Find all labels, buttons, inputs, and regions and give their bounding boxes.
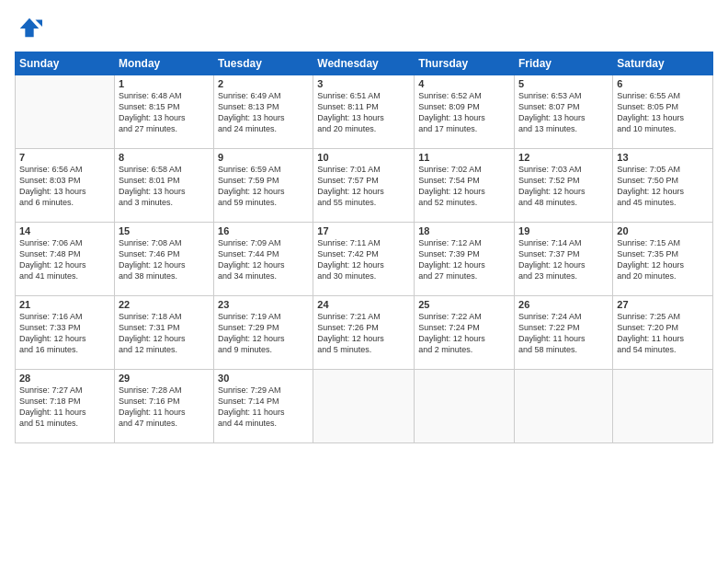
week-row-2: 14Sunrise: 7:06 AM Sunset: 7:48 PM Dayli…	[16, 223, 713, 296]
day-number: 27	[617, 299, 709, 310]
day-number: 14	[19, 225, 110, 236]
calendar-cell	[613, 370, 713, 443]
calendar-cell: 10Sunrise: 7:01 AM Sunset: 7:57 PM Dayli…	[313, 149, 415, 223]
day-info: Sunrise: 7:15 AM Sunset: 7:35 PM Dayligh…	[617, 237, 709, 282]
day-number: 8	[119, 152, 210, 163]
day-info: Sunrise: 7:25 AM Sunset: 7:20 PM Dayligh…	[617, 311, 709, 356]
day-number: 29	[119, 373, 210, 384]
calendar-cell: 20Sunrise: 7:15 AM Sunset: 7:35 PM Dayli…	[613, 223, 713, 296]
day-number: 23	[218, 299, 309, 310]
calendar-cell: 6Sunrise: 6:55 AM Sunset: 8:05 PM Daylig…	[613, 75, 713, 149]
day-number: 16	[218, 225, 309, 236]
day-info: Sunrise: 6:56 AM Sunset: 8:03 PM Dayligh…	[19, 164, 110, 209]
week-row-0: 1Sunrise: 6:48 AM Sunset: 8:15 PM Daylig…	[16, 75, 713, 149]
calendar-cell: 25Sunrise: 7:22 AM Sunset: 7:24 PM Dayli…	[415, 296, 515, 370]
day-info: Sunrise: 7:24 AM Sunset: 7:22 PM Dayligh…	[518, 311, 609, 356]
day-info: Sunrise: 7:05 AM Sunset: 7:50 PM Dayligh…	[617, 164, 709, 209]
day-number: 1	[119, 78, 210, 89]
header	[15, 15, 713, 44]
week-row-3: 21Sunrise: 7:16 AM Sunset: 7:33 PM Dayli…	[16, 296, 713, 370]
day-info: Sunrise: 7:28 AM Sunset: 7:16 PM Dayligh…	[119, 385, 210, 430]
day-number: 11	[418, 152, 510, 163]
calendar-cell: 22Sunrise: 7:18 AM Sunset: 7:31 PM Dayli…	[114, 296, 213, 370]
weekday-header-sunday: Sunday	[16, 52, 115, 75]
day-number: 19	[518, 225, 609, 236]
day-info: Sunrise: 7:06 AM Sunset: 7:48 PM Dayligh…	[19, 237, 110, 282]
day-number: 20	[617, 225, 709, 236]
day-info: Sunrise: 7:16 AM Sunset: 7:33 PM Dayligh…	[19, 311, 110, 356]
day-info: Sunrise: 7:18 AM Sunset: 7:31 PM Dayligh…	[119, 311, 210, 356]
day-number: 28	[19, 373, 110, 384]
calendar-cell: 3Sunrise: 6:51 AM Sunset: 8:11 PM Daylig…	[313, 75, 415, 149]
weekday-header-thursday: Thursday	[415, 52, 515, 75]
weekday-header-row: SundayMondayTuesdayWednesdayThursdayFrid…	[16, 52, 713, 75]
day-info: Sunrise: 6:52 AM Sunset: 8:09 PM Dayligh…	[418, 90, 510, 135]
day-number: 12	[518, 152, 609, 163]
calendar-cell: 21Sunrise: 7:16 AM Sunset: 7:33 PM Dayli…	[16, 296, 115, 370]
svg-marker-1	[36, 20, 42, 27]
day-info: Sunrise: 6:48 AM Sunset: 8:15 PM Dayligh…	[119, 90, 210, 135]
calendar-cell: 8Sunrise: 6:58 AM Sunset: 8:01 PM Daylig…	[114, 149, 213, 223]
calendar-cell: 2Sunrise: 6:49 AM Sunset: 8:13 PM Daylig…	[214, 75, 313, 149]
weekday-header-monday: Monday	[114, 52, 213, 75]
day-info: Sunrise: 6:59 AM Sunset: 7:59 PM Dayligh…	[218, 164, 309, 209]
day-info: Sunrise: 6:58 AM Sunset: 8:01 PM Dayligh…	[119, 164, 210, 209]
day-number: 5	[518, 78, 609, 89]
day-info: Sunrise: 7:21 AM Sunset: 7:26 PM Dayligh…	[317, 311, 410, 356]
calendar-cell: 16Sunrise: 7:09 AM Sunset: 7:44 PM Dayli…	[214, 223, 313, 296]
day-info: Sunrise: 7:09 AM Sunset: 7:44 PM Dayligh…	[218, 237, 309, 282]
day-info: Sunrise: 7:22 AM Sunset: 7:24 PM Dayligh…	[418, 311, 510, 356]
day-info: Sunrise: 7:08 AM Sunset: 7:46 PM Dayligh…	[119, 237, 210, 282]
calendar-cell: 27Sunrise: 7:25 AM Sunset: 7:20 PM Dayli…	[613, 296, 713, 370]
day-info: Sunrise: 7:02 AM Sunset: 7:54 PM Dayligh…	[418, 164, 510, 209]
calendar-cell	[415, 370, 515, 443]
weekday-header-wednesday: Wednesday	[313, 52, 415, 75]
calendar-cell: 7Sunrise: 6:56 AM Sunset: 8:03 PM Daylig…	[16, 149, 115, 223]
day-number: 21	[19, 299, 110, 310]
day-number: 22	[119, 299, 210, 310]
calendar-cell: 30Sunrise: 7:29 AM Sunset: 7:14 PM Dayli…	[214, 370, 313, 443]
day-number: 4	[418, 78, 510, 89]
calendar-cell: 18Sunrise: 7:12 AM Sunset: 7:39 PM Dayli…	[415, 223, 515, 296]
calendar-cell	[16, 75, 115, 149]
day-info: Sunrise: 7:03 AM Sunset: 7:52 PM Dayligh…	[518, 164, 609, 209]
calendar-cell: 9Sunrise: 6:59 AM Sunset: 7:59 PM Daylig…	[214, 149, 313, 223]
day-info: Sunrise: 7:01 AM Sunset: 7:57 PM Dayligh…	[317, 164, 410, 209]
day-info: Sunrise: 7:27 AM Sunset: 7:18 PM Dayligh…	[19, 385, 110, 430]
day-info: Sunrise: 6:55 AM Sunset: 8:05 PM Dayligh…	[617, 90, 709, 135]
calendar-cell: 28Sunrise: 7:27 AM Sunset: 7:18 PM Dayli…	[16, 370, 115, 443]
day-info: Sunrise: 7:14 AM Sunset: 7:37 PM Dayligh…	[518, 237, 609, 282]
svg-marker-0	[20, 18, 40, 38]
calendar-cell: 24Sunrise: 7:21 AM Sunset: 7:26 PM Dayli…	[313, 296, 415, 370]
day-number: 7	[19, 152, 110, 163]
day-number: 10	[317, 152, 410, 163]
logo	[15, 15, 42, 44]
day-number: 9	[218, 152, 309, 163]
calendar-cell	[313, 370, 415, 443]
calendar-cell: 5Sunrise: 6:53 AM Sunset: 8:07 PM Daylig…	[515, 75, 613, 149]
calendar-cell: 11Sunrise: 7:02 AM Sunset: 7:54 PM Dayli…	[415, 149, 515, 223]
day-number: 13	[617, 152, 709, 163]
calendar-cell: 1Sunrise: 6:48 AM Sunset: 8:15 PM Daylig…	[114, 75, 213, 149]
week-row-4: 28Sunrise: 7:27 AM Sunset: 7:18 PM Dayli…	[16, 370, 713, 443]
day-info: Sunrise: 6:53 AM Sunset: 8:07 PM Dayligh…	[518, 90, 609, 135]
day-number: 15	[119, 225, 210, 236]
page: SundayMondayTuesdayWednesdayThursdayFrid…	[0, 0, 728, 563]
calendar-cell: 14Sunrise: 7:06 AM Sunset: 7:48 PM Dayli…	[16, 223, 115, 296]
calendar-cell: 23Sunrise: 7:19 AM Sunset: 7:29 PM Dayli…	[214, 296, 313, 370]
calendar-cell: 17Sunrise: 7:11 AM Sunset: 7:42 PM Dayli…	[313, 223, 415, 296]
weekday-header-saturday: Saturday	[613, 52, 713, 75]
day-number: 24	[317, 299, 410, 310]
day-info: Sunrise: 7:11 AM Sunset: 7:42 PM Dayligh…	[317, 237, 410, 282]
day-number: 25	[418, 299, 510, 310]
calendar-cell	[515, 370, 613, 443]
weekday-header-tuesday: Tuesday	[214, 52, 313, 75]
day-info: Sunrise: 7:12 AM Sunset: 7:39 PM Dayligh…	[418, 237, 510, 282]
calendar-cell: 19Sunrise: 7:14 AM Sunset: 7:37 PM Dayli…	[515, 223, 613, 296]
calendar-cell: 13Sunrise: 7:05 AM Sunset: 7:50 PM Dayli…	[613, 149, 713, 223]
calendar-cell: 12Sunrise: 7:03 AM Sunset: 7:52 PM Dayli…	[515, 149, 613, 223]
day-number: 3	[317, 78, 410, 89]
day-number: 6	[617, 78, 709, 89]
day-number: 18	[418, 225, 510, 236]
day-info: Sunrise: 6:49 AM Sunset: 8:13 PM Dayligh…	[218, 90, 309, 135]
